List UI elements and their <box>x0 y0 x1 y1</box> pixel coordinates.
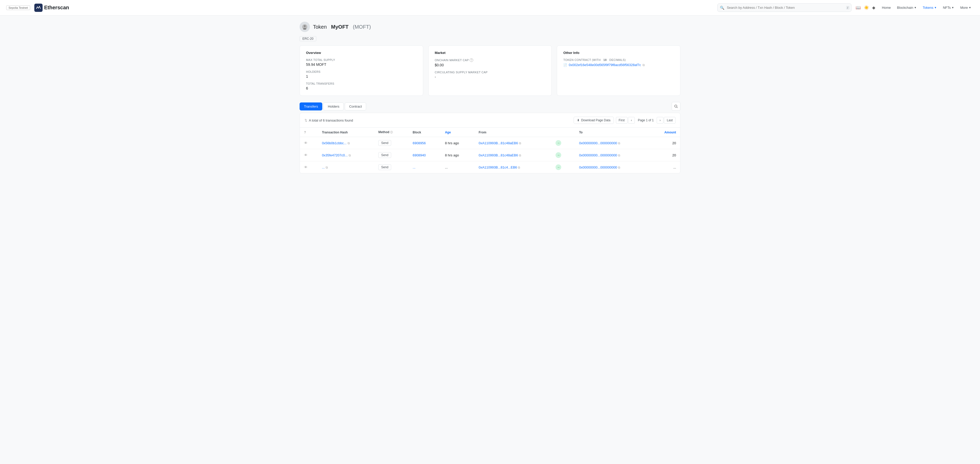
row-block-cell: 6908956 <box>409 137 441 149</box>
book-icon[interactable]: 📖 <box>856 5 861 10</box>
search-icon: 🔍 <box>720 6 724 10</box>
pagination-prev[interactable]: ‹ <box>628 117 635 124</box>
row-method-cell: Send <box>374 161 409 174</box>
col-age: Age <box>441 128 474 137</box>
eth-icon[interactable]: ◆ <box>872 5 875 10</box>
table-section: ⇅ A total of 6 transactions found ⬇ Down… <box>299 113 681 174</box>
pagination-next[interactable]: › <box>657 117 663 124</box>
token-header: Token MyOFT (MOFT) <box>299 22 681 32</box>
row-to-cell: 0x00000000...000000000 ⧉ <box>575 149 650 161</box>
row-age-cell: 8 hrs ago <box>441 137 474 149</box>
row-eye-cell: 👁 <box>300 161 318 174</box>
row-eye-icon[interactable]: 👁 <box>304 165 307 169</box>
nav-tokens[interactable]: Tokens ▼ <box>920 4 939 11</box>
from-copy-icon[interactable]: ⧉ <box>519 153 521 157</box>
from-copy-icon[interactable]: ⧉ <box>518 166 520 169</box>
hash-copy-icon[interactable]: ⧉ <box>348 153 351 157</box>
nav-blockchain[interactable]: Blockchain ▼ <box>894 4 919 11</box>
table-row: 👁 ... ⧉ Send ... ... 0xA110993B...81c4..… <box>300 161 680 174</box>
to-copy-icon[interactable]: ⧉ <box>618 142 620 145</box>
to-link[interactable]: 0x00000000...000000000 <box>579 153 617 157</box>
block-link[interactable]: 6908956 <box>413 141 426 145</box>
page-content: Token MyOFT (MOFT) ERC-20 Overview MAX T… <box>291 16 689 180</box>
to-copy-icon[interactable]: ⧉ <box>618 166 620 169</box>
from-link[interactable]: 0xA110993B...81c4...EB6 <box>479 166 517 169</box>
download-icon: ⬇ <box>577 118 579 122</box>
row-method-cell: Send <box>374 149 409 161</box>
contract-copy-icon[interactable]: ⧉ <box>643 63 645 67</box>
row-eye-icon[interactable]: 👁 <box>304 153 307 157</box>
token-name: MyOFT <box>331 24 348 30</box>
row-eye-cell: 👁 <box>300 149 318 161</box>
row-from-cell: 0xA110993B...81c4...EB6 ⧉ <box>474 161 551 174</box>
tab-search-button[interactable] <box>671 102 681 111</box>
nav-more[interactable]: More ▼ <box>958 4 974 11</box>
col-eye: ? <box>300 128 318 137</box>
tabs-row: Transfers Holders Contract <box>299 102 366 110</box>
table-toolbar-right: ⬇ Download Page Data First ‹ Page 1 of 1… <box>574 116 676 124</box>
table-header-row: ? Transaction Hash Method ⓘ Block Age Fr… <box>300 128 680 137</box>
slash-key-badge: / <box>846 6 850 10</box>
search-bar: 🔍 / <box>718 3 851 12</box>
row-age-cell: 8 hrs ago <box>441 149 474 161</box>
logo-text: Etherscan <box>44 5 69 11</box>
sort-icon: ⇅ <box>304 118 307 122</box>
contract-file-icon: 📄 <box>563 63 567 67</box>
pagination-first[interactable]: First <box>616 117 628 124</box>
token-title: Token MyOFT (MOFT) <box>313 24 371 30</box>
row-amount-cell: 20 <box>650 137 680 149</box>
from-link[interactable]: 0xA110993B...81c48aEB6 <box>479 141 518 145</box>
blockchain-chevron: ▼ <box>914 6 916 9</box>
row-arrow-cell: → <box>551 161 575 174</box>
transfers-label: TOTAL TRANSFERS <box>306 82 417 85</box>
row-block-cell: ... <box>409 161 441 174</box>
tx-hash-link[interactable]: 0x56b0b1cbbc... <box>322 141 347 145</box>
tab-transfers[interactable]: Transfers <box>299 102 322 110</box>
pagination-last[interactable]: Last <box>664 117 676 124</box>
network-badge: Sepolia Testnet <box>6 5 30 10</box>
row-eye-icon[interactable]: 👁 <box>304 141 307 145</box>
overview-card: Overview MAX TOTAL SUPPLY 59.94 MOFT HOL… <box>299 45 423 96</box>
from-copy-icon[interactable]: ⧉ <box>519 142 521 145</box>
tab-contract[interactable]: Contract <box>345 102 366 110</box>
onchain-info-icon[interactable]: ? <box>469 58 473 62</box>
contract-address-link[interactable]: 0x002ef16e548e00d565f9f79f8acd56f56328af… <box>569 63 641 67</box>
hash-copy-icon[interactable]: ⧉ <box>326 166 328 169</box>
row-hash-cell: ... ⧉ <box>318 161 374 174</box>
col-method: Method ⓘ <box>374 128 409 137</box>
row-from-cell: 0xA110993B...81c48aEB6 ⧉ <box>474 137 551 149</box>
table-row: 👁 0x35fe47207c0... ⧉ Send 6908940 8 hrs … <box>300 149 680 161</box>
block-link[interactable]: 6908940 <box>413 153 426 157</box>
pagination: First ‹ Page 1 of 1 › Last <box>616 117 676 124</box>
to-link[interactable]: 0x00000000...000000000 <box>579 166 617 169</box>
col-from: From <box>474 128 551 137</box>
method-badge: Send <box>378 152 391 158</box>
tx-hash-link[interactable]: 0x35fe47207c0... <box>322 153 348 157</box>
onchain-cap-value: $0.00 <box>435 63 546 67</box>
nav-home[interactable]: Home <box>879 4 894 11</box>
to-copy-icon[interactable]: ⧉ <box>618 153 620 157</box>
block-link[interactable]: ... <box>413 166 415 169</box>
hash-copy-icon[interactable]: ⧉ <box>348 142 350 145</box>
col-block: Block <box>409 128 441 137</box>
tx-hash-link[interactable]: ... <box>322 166 325 169</box>
search-input[interactable] <box>718 3 851 12</box>
from-link[interactable]: 0xA110993B...81c48aEB6 <box>479 153 518 157</box>
method-badge: Send <box>378 164 391 170</box>
row-arrow-cell: → <box>551 149 575 161</box>
svg-line-5 <box>677 107 678 108</box>
theme-icon[interactable]: ☀️ <box>864 5 869 10</box>
nav-nfts[interactable]: NFTs ▼ <box>940 4 956 11</box>
to-arrow-icon: → <box>555 164 561 170</box>
transfers-table: ? Transaction Hash Method ⓘ Block Age Fr… <box>300 128 680 173</box>
max-supply-label: MAX TOTAL SUPPLY <box>306 58 417 61</box>
main-nav: Home Blockchain ▼ Tokens ▼ NFTs ▼ More ▼ <box>879 4 974 11</box>
contract-label: TOKEN CONTRACT (WITH 18 DECIMALS) <box>563 58 674 61</box>
tab-holders[interactable]: Holders <box>323 102 344 110</box>
tokens-chevron: ▼ <box>934 6 937 9</box>
to-link[interactable]: 0x00000000...000000000 <box>579 141 617 145</box>
nfts-chevron: ▼ <box>951 6 954 9</box>
download-button[interactable]: ⬇ Download Page Data <box>574 116 614 124</box>
method-badge: Send <box>378 140 391 146</box>
more-chevron: ▼ <box>969 6 971 9</box>
